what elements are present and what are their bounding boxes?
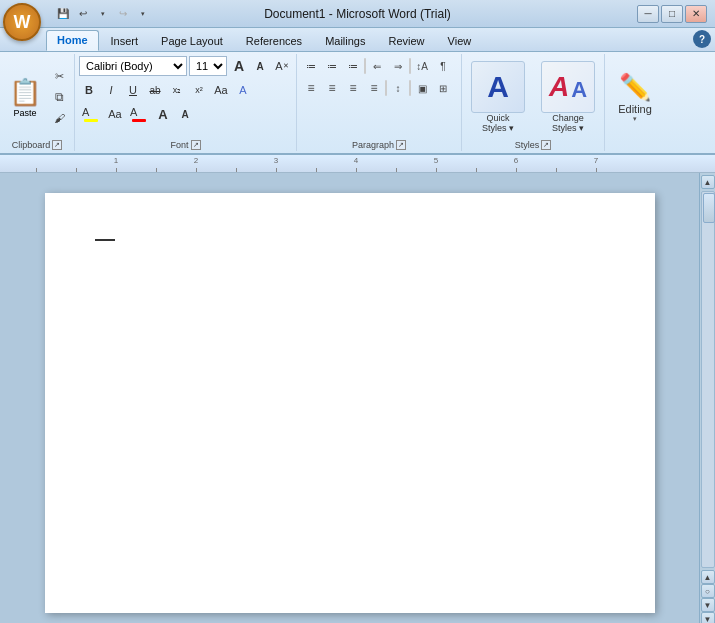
undo-dropdown-button[interactable]: ▾ xyxy=(94,5,112,23)
scroll-up-button[interactable]: ▲ xyxy=(701,175,715,189)
window-title: Document1 - Microsoft Word (Trial) xyxy=(264,7,451,21)
styles-expand-button[interactable]: ↗ xyxy=(541,140,551,150)
font-row-3: A Aa A A A xyxy=(79,104,195,124)
paragraph-expand-button[interactable]: ↗ xyxy=(396,140,406,150)
multilevel-button[interactable]: ≔ xyxy=(343,56,363,76)
help-button[interactable]: ? xyxy=(693,30,711,48)
tab-insert[interactable]: Insert xyxy=(100,31,150,51)
tab-home[interactable]: Home xyxy=(46,30,99,51)
cut-button[interactable]: ✂ xyxy=(48,66,70,86)
format-painter-button[interactable]: 🖌 xyxy=(48,108,70,128)
scroll-track[interactable] xyxy=(701,191,715,568)
font-row-2: B I U ab x₂ x² Aa A xyxy=(79,80,253,100)
document-page[interactable] xyxy=(45,193,655,613)
tab-pagelayout[interactable]: Page Layout xyxy=(150,31,234,51)
undo-qa-button[interactable]: ↩ xyxy=(74,5,92,23)
quick-styles-label: QuickStyles ▾ xyxy=(482,113,514,133)
close-button[interactable]: ✕ xyxy=(685,5,707,23)
scroll-down-button[interactable]: ▼ xyxy=(701,612,715,623)
clipboard-section: 📋 Paste ✂ ⧉ 🖌 Clipboard ↗ xyxy=(0,54,75,151)
clipboard-expand-button[interactable]: ↗ xyxy=(52,140,62,150)
shrink-font2-button[interactable]: A xyxy=(175,104,195,124)
para-row-1: ≔ ≔ ≔ ⇐ ⇒ ↕A ¶ xyxy=(301,56,453,76)
tab-references[interactable]: References xyxy=(235,31,313,51)
strikethrough-button[interactable]: ab xyxy=(145,80,165,100)
decrease-indent-button[interactable]: ⇐ xyxy=(367,56,387,76)
justify-button[interactable]: ≡ xyxy=(364,78,384,98)
text-effects-button[interactable]: A xyxy=(233,80,253,100)
font-label: Font ↗ xyxy=(79,138,292,151)
line-spacing-button[interactable]: ↕ xyxy=(388,78,408,98)
scroll-next-page-button[interactable]: ▼ xyxy=(701,598,715,612)
shading-button[interactable]: ▣ xyxy=(412,78,432,98)
paragraph-label: Paragraph ↗ xyxy=(301,138,457,151)
superscript-button[interactable]: x² xyxy=(189,80,209,100)
editing-section-label xyxy=(609,138,661,151)
subscript-button[interactable]: x₂ xyxy=(167,80,187,100)
change-styles-button[interactable]: A A ChangeStyles ▾ xyxy=(536,56,600,138)
italic-button[interactable]: I xyxy=(101,80,121,100)
quick-styles-button[interactable]: A QuickStyles ▾ xyxy=(466,56,530,138)
scroll-thumb[interactable] xyxy=(703,193,715,223)
document-container: ▲ ▲ ○ ▼ ▼ xyxy=(0,173,715,623)
font-name-select[interactable]: Calibri (Body) xyxy=(79,56,187,76)
underline-button[interactable]: U xyxy=(123,80,143,100)
increase-indent-font-button[interactable]: Aa xyxy=(105,104,125,124)
grow-font-button[interactable]: A xyxy=(229,56,249,76)
select-browse-button[interactable]: ○ xyxy=(701,584,715,598)
customize-qa-button[interactable]: ▾ xyxy=(134,5,152,23)
save-qa-button[interactable]: 💾 xyxy=(54,5,72,23)
tab-view[interactable]: View xyxy=(437,31,483,51)
office-logo-icon: W xyxy=(14,12,31,33)
paste-icon: 📋 xyxy=(9,77,41,108)
ruler-content: 1 2 3 4 5 6 7 xyxy=(36,155,695,172)
bold-button[interactable]: B xyxy=(79,80,99,100)
highlight-color-button[interactable]: A xyxy=(79,104,103,124)
paste-button[interactable]: 📋 Paste xyxy=(4,72,46,123)
text-cursor xyxy=(95,239,115,241)
numbering-button[interactable]: ≔ xyxy=(322,56,342,76)
minimize-button[interactable]: ─ xyxy=(637,5,659,23)
grow-shrink-group: A A xyxy=(229,56,270,76)
font-size-select[interactable]: 11 xyxy=(189,56,227,76)
tab-mailings[interactable]: Mailings xyxy=(314,31,376,51)
copy-button[interactable]: ⧉ xyxy=(48,87,70,107)
restore-button[interactable]: □ xyxy=(661,5,683,23)
redo-qa-button[interactable]: ↪ xyxy=(114,5,132,23)
shrink-font-button[interactable]: A xyxy=(250,56,270,76)
paste-label: Paste xyxy=(13,108,36,118)
align-left-button[interactable]: ≡ xyxy=(301,78,321,98)
clear-format-button[interactable]: A✕ xyxy=(272,56,292,76)
increase-indent-button[interactable]: ⇒ xyxy=(388,56,408,76)
office-button[interactable]: W xyxy=(3,3,41,41)
title-bar: 💾 ↩ ▾ ↪ ▾ Document1 - Microsoft Word (Tr… xyxy=(0,0,715,28)
editing-label: Editing xyxy=(618,103,652,115)
copy-icon: ⧉ xyxy=(55,90,64,104)
scroll-prev-page-button[interactable]: ▲ xyxy=(701,570,715,584)
change-case-button[interactable]: Aa xyxy=(211,80,231,100)
para-row-2: ≡ ≡ ≡ ≡ ↕ ▣ ⊞ xyxy=(301,78,453,98)
cut-icon: ✂ xyxy=(55,70,64,83)
font-color-button[interactable]: A xyxy=(127,104,151,124)
styles-label: Styles ↗ xyxy=(466,138,600,151)
align-center-button[interactable]: ≡ xyxy=(322,78,342,98)
grow-font2-button[interactable]: A xyxy=(153,104,173,124)
align-right-button[interactable]: ≡ xyxy=(343,78,363,98)
styles-content: A QuickStyles ▾ A A ChangeStyles ▾ xyxy=(466,56,600,138)
paragraph-content: ≔ ≔ ≔ ⇐ ⇒ ↕A ¶ ≡ ≡ ≡ ≡ ↕ ▣ ⊞ xyxy=(301,56,457,138)
font-row-1: Calibri (Body) 11 A A A✕ xyxy=(79,56,292,76)
sort-button[interactable]: ↕A xyxy=(412,56,432,76)
editing-content: ✏️ Editing ▾ xyxy=(609,56,661,138)
ruler: 1 2 3 4 5 6 7 xyxy=(0,155,715,173)
font-expand-button[interactable]: ↗ xyxy=(191,140,201,150)
show-para-button[interactable]: ¶ xyxy=(433,56,453,76)
editing-icon: ✏️ xyxy=(619,72,651,103)
window-controls: ─ □ ✕ xyxy=(637,5,707,23)
document-scroll-area[interactable] xyxy=(0,173,699,623)
editing-button[interactable]: ✏️ Editing ▾ xyxy=(611,67,659,128)
bullets-button[interactable]: ≔ xyxy=(301,56,321,76)
borders-button[interactable]: ⊞ xyxy=(433,78,453,98)
ribbon: 📋 Paste ✂ ⧉ 🖌 Clipboard ↗ Calibri (Body)… xyxy=(0,52,715,155)
tab-review[interactable]: Review xyxy=(377,31,435,51)
para-sep3 xyxy=(385,80,387,96)
